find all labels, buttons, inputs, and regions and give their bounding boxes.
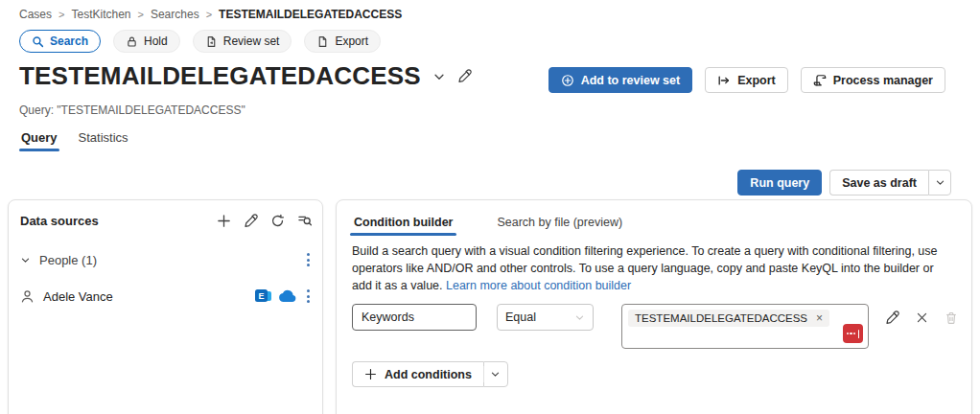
search-pill-button[interactable]: Search: [19, 30, 101, 53]
onedrive-icon: [278, 289, 297, 303]
refresh-icon[interactable]: [270, 214, 285, 228]
value-tag-label: TESTEMAILDELEGATEDACCESS: [635, 312, 807, 324]
edit-condition-pencil-icon[interactable]: [885, 310, 899, 325]
people-group-more-icon[interactable]: [304, 250, 313, 269]
condition-operator-dropdown[interactable]: Equal: [497, 304, 594, 331]
learn-more-link[interactable]: Learn more about condition builder: [446, 279, 631, 292]
search-pill-label: Search: [50, 34, 88, 48]
process-manager-button[interactable]: Process manager: [801, 67, 945, 93]
person-more-icon[interactable]: [304, 287, 313, 306]
query-actions: Run query Save as draft: [737, 170, 951, 196]
edit-data-sources-pencil-icon[interactable]: [244, 214, 258, 228]
export-button-label: Export: [737, 74, 776, 87]
title-row: TESTEMAILDELEGATEDACCESS: [19, 61, 472, 91]
export-arrow-icon: [717, 74, 731, 87]
rename-pencil-icon[interactable]: [457, 69, 472, 83]
export-doc-icon: [316, 35, 329, 48]
condition-row-actions: [885, 310, 958, 325]
save-as-draft-split-button: Save as draft: [829, 170, 951, 196]
breadcrumb-separator: >: [58, 9, 64, 20]
add-to-review-set-button[interactable]: Add to review set: [548, 67, 693, 93]
breadcrumb-cases[interactable]: Cases: [19, 8, 52, 21]
plus-icon: [364, 368, 377, 380]
tab-query[interactable]: Query: [19, 126, 59, 154]
tab-search-by-file[interactable]: Search by file (preview): [495, 208, 624, 241]
tag-dismiss-icon[interactable]: ×: [816, 312, 823, 324]
page-tabs: Query Statistics: [19, 126, 130, 154]
value-more-badge-icon[interactable]: [843, 324, 863, 343]
hold-pill-label: Hold: [144, 34, 168, 48]
add-data-source-icon[interactable]: [217, 214, 231, 228]
person-name: Adele Vance: [43, 289, 113, 304]
data-sources-panel: Data sources People (1) Adele Vance: [8, 199, 323, 414]
operator-label: Equal: [505, 310, 536, 324]
operator-chevron-down-icon: [574, 312, 585, 323]
condition-field-input[interactable]: Keywords: [352, 304, 477, 331]
breadcrumb-separator: >: [206, 9, 212, 20]
person-row-adele-vance[interactable]: Adele Vance E: [20, 287, 313, 306]
review-set-pill-button[interactable]: Review set: [193, 30, 292, 53]
condition-row: Keywords Equal TESTEMAILDELEGATEDACCESS …: [352, 304, 958, 349]
condition-builder-description: Build a search query with a visual condi…: [352, 242, 946, 294]
add-conditions-button[interactable]: Add conditions: [352, 361, 483, 387]
review-set-pill-label: Review set: [223, 34, 280, 48]
remove-condition-close-icon[interactable]: [916, 311, 928, 324]
value-tag: TESTEMAILDELEGATEDACCESS ×: [628, 310, 829, 327]
add-circle-icon: [561, 74, 574, 87]
search-list-icon[interactable]: [297, 214, 313, 228]
process-manager-label: Process manager: [833, 74, 933, 87]
query-subtitle: Query: "TESTEMAILDELEGATEDACCESS": [19, 104, 245, 117]
add-conditions-chevron-down-icon[interactable]: [483, 361, 508, 387]
export-pill-button[interactable]: Export: [304, 30, 381, 53]
add-conditions-split-button: Add conditions: [352, 361, 508, 387]
condition-value-input[interactable]: TESTEMAILDELEGATEDACCESS ×: [621, 304, 869, 349]
tab-statistics[interactable]: Statistics: [77, 126, 130, 154]
add-conditions-label: Add conditions: [385, 368, 472, 381]
breadcrumb-current-search: TESTEMAILDELEGATEDACCESS: [219, 8, 402, 21]
page-title: TESTEMAILDELEGATEDACCESS: [19, 61, 421, 91]
feature-toolbar: Search Hold Review set Export: [19, 30, 381, 53]
header-actions: Add to review set Export Process manager: [548, 67, 945, 93]
exchange-icon: E: [255, 288, 271, 304]
people-group-label: People (1): [39, 253, 97, 267]
save-as-draft-button[interactable]: Save as draft: [829, 170, 928, 196]
add-to-review-set-label: Add to review set: [581, 74, 681, 87]
breadcrumb-separator: >: [138, 9, 144, 20]
export-button[interactable]: Export: [705, 67, 788, 93]
group-chevron-down-icon[interactable]: [20, 255, 31, 265]
data-sources-title: Data sources: [20, 214, 99, 228]
condition-builder-tabs: Condition builder Search by file (previe…: [352, 208, 624, 241]
person-icon: [20, 289, 35, 304]
description-text: Build a search query with a visual condi…: [352, 244, 938, 292]
run-query-button[interactable]: Run query: [737, 170, 822, 196]
hold-pill-button[interactable]: Hold: [113, 30, 180, 53]
people-group-row[interactable]: People (1): [20, 250, 313, 269]
delete-condition-trash-icon: [945, 311, 958, 325]
breadcrumb-searches[interactable]: Searches: [151, 8, 199, 21]
condition-builder-panel: Condition builder Search by file (previe…: [336, 199, 972, 414]
breadcrumb: Cases > TestKitchen > Searches > TESTEMA…: [19, 8, 402, 21]
lock-icon: [126, 35, 138, 48]
review-set-doc-icon: [205, 35, 218, 48]
tab-condition-builder[interactable]: Condition builder: [352, 208, 455, 241]
title-chevron-down-icon[interactable]: [432, 70, 446, 83]
export-pill-label: Export: [335, 34, 368, 48]
search-icon: [32, 35, 44, 48]
save-as-draft-chevron-down-icon[interactable]: [928, 170, 951, 196]
breadcrumb-testkitchen[interactable]: TestKitchen: [71, 8, 130, 21]
script-icon: [813, 74, 827, 87]
